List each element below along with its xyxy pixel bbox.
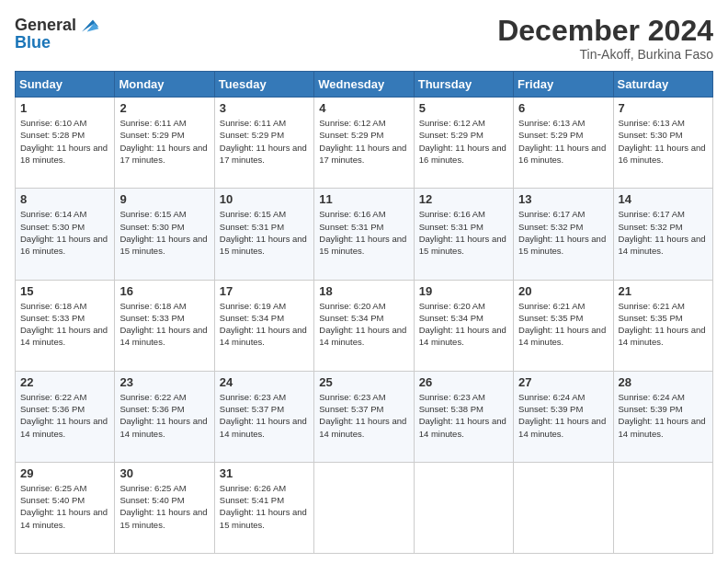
calendar-cell: 5 Sunrise: 6:12 AMSunset: 5:29 PMDayligh… bbox=[414, 98, 513, 189]
day-number: 15 bbox=[20, 284, 109, 298]
calendar-header-cell: Sunday bbox=[16, 72, 115, 98]
calendar-cell: 24 Sunrise: 6:23 AMSunset: 5:37 PMDaylig… bbox=[214, 371, 313, 462]
calendar-cell: 16 Sunrise: 6:18 AMSunset: 5:33 PMDaylig… bbox=[115, 280, 214, 371]
calendar-cell: 21 Sunrise: 6:21 AMSunset: 5:35 PMDaylig… bbox=[613, 280, 712, 371]
logo-text: General bbox=[15, 17, 76, 35]
cell-info: Sunrise: 6:25 AMSunset: 5:40 PMDaylight:… bbox=[20, 483, 108, 530]
calendar-cell: 28 Sunrise: 6:24 AMSunset: 5:39 PMDaylig… bbox=[613, 371, 712, 462]
calendar-header-cell: Thursday bbox=[414, 72, 513, 98]
cell-info: Sunrise: 6:15 AMSunset: 5:30 PMDaylight:… bbox=[119, 209, 207, 256]
day-number: 26 bbox=[419, 375, 508, 389]
cell-info: Sunrise: 6:10 AMSunset: 5:28 PMDaylight:… bbox=[20, 118, 108, 165]
cell-info: Sunrise: 6:26 AMSunset: 5:41 PMDaylight:… bbox=[220, 483, 307, 530]
day-number: 2 bbox=[119, 101, 209, 115]
day-number: 18 bbox=[319, 284, 408, 298]
calendar-header-row: SundayMondayTuesdayWednesdayThursdayFrid… bbox=[16, 72, 713, 98]
calendar-cell: 11 Sunrise: 6:16 AMSunset: 5:31 PMDaylig… bbox=[314, 189, 414, 280]
calendar-cell: 29 Sunrise: 6:25 AMSunset: 5:40 PMDaylig… bbox=[16, 462, 115, 553]
day-number: 24 bbox=[220, 375, 309, 389]
cell-info: Sunrise: 6:14 AMSunset: 5:30 PMDaylight:… bbox=[20, 209, 108, 256]
day-number: 16 bbox=[119, 284, 209, 298]
day-number: 27 bbox=[518, 375, 608, 389]
day-number: 23 bbox=[119, 375, 209, 389]
day-number: 8 bbox=[20, 192, 109, 206]
cell-info: Sunrise: 6:16 AMSunset: 5:31 PMDaylight:… bbox=[419, 209, 506, 256]
page: General Blue December 2024 Tin-Akoff, Bu… bbox=[0, 0, 728, 563]
cell-info: Sunrise: 6:20 AMSunset: 5:34 PMDaylight:… bbox=[319, 301, 406, 348]
calendar-cell: 23 Sunrise: 6:22 AMSunset: 5:36 PMDaylig… bbox=[115, 371, 214, 462]
calendar-cell: 6 Sunrise: 6:13 AMSunset: 5:29 PMDayligh… bbox=[514, 98, 613, 189]
day-number: 29 bbox=[20, 466, 109, 480]
calendar-cell: 22 Sunrise: 6:22 AMSunset: 5:36 PMDaylig… bbox=[16, 371, 115, 462]
calendar-cell bbox=[514, 462, 613, 553]
calendar-cell: 18 Sunrise: 6:20 AMSunset: 5:34 PMDaylig… bbox=[314, 280, 414, 371]
day-number: 22 bbox=[20, 375, 109, 389]
cell-info: Sunrise: 6:12 AMSunset: 5:29 PMDaylight:… bbox=[319, 118, 406, 165]
calendar-cell: 7 Sunrise: 6:13 AMSunset: 5:30 PMDayligh… bbox=[613, 98, 712, 189]
day-number: 4 bbox=[319, 101, 408, 115]
calendar-week-row: 15 Sunrise: 6:18 AMSunset: 5:33 PMDaylig… bbox=[16, 280, 713, 371]
cell-info: Sunrise: 6:12 AMSunset: 5:29 PMDaylight:… bbox=[419, 118, 506, 165]
calendar-cell: 31 Sunrise: 6:26 AMSunset: 5:41 PMDaylig… bbox=[214, 462, 313, 553]
calendar-cell: 8 Sunrise: 6:14 AMSunset: 5:30 PMDayligh… bbox=[16, 189, 115, 280]
cell-info: Sunrise: 6:22 AMSunset: 5:36 PMDaylight:… bbox=[119, 392, 207, 439]
calendar-body: 1 Sunrise: 6:10 AMSunset: 5:28 PMDayligh… bbox=[16, 98, 713, 554]
calendar-cell: 9 Sunrise: 6:15 AMSunset: 5:30 PMDayligh… bbox=[115, 189, 214, 280]
cell-info: Sunrise: 6:23 AMSunset: 5:38 PMDaylight:… bbox=[419, 392, 506, 439]
cell-info: Sunrise: 6:18 AMSunset: 5:33 PMDaylight:… bbox=[20, 301, 108, 348]
logo-icon bbox=[78, 15, 100, 37]
cell-info: Sunrise: 6:21 AMSunset: 5:35 PMDaylight:… bbox=[518, 301, 606, 348]
calendar-cell: 30 Sunrise: 6:25 AMSunset: 5:40 PMDaylig… bbox=[115, 462, 214, 553]
cell-info: Sunrise: 6:16 AMSunset: 5:31 PMDaylight:… bbox=[319, 209, 406, 256]
day-number: 10 bbox=[220, 192, 309, 206]
day-number: 17 bbox=[220, 284, 309, 298]
calendar-week-row: 8 Sunrise: 6:14 AMSunset: 5:30 PMDayligh… bbox=[16, 189, 713, 280]
day-number: 3 bbox=[220, 101, 309, 115]
calendar-cell: 26 Sunrise: 6:23 AMSunset: 5:38 PMDaylig… bbox=[414, 371, 513, 462]
day-number: 21 bbox=[619, 284, 708, 298]
day-number: 6 bbox=[518, 101, 608, 115]
day-number: 28 bbox=[619, 375, 708, 389]
cell-info: Sunrise: 6:19 AMSunset: 5:34 PMDaylight:… bbox=[220, 301, 307, 348]
cell-info: Sunrise: 6:23 AMSunset: 5:37 PMDaylight:… bbox=[319, 392, 406, 439]
day-number: 7 bbox=[619, 101, 708, 115]
calendar-cell bbox=[414, 462, 513, 553]
day-number: 14 bbox=[619, 192, 708, 206]
cell-info: Sunrise: 6:18 AMSunset: 5:33 PMDaylight:… bbox=[119, 301, 207, 348]
location-subtitle: Tin-Akoff, Burkina Faso bbox=[497, 47, 713, 62]
calendar-cell: 17 Sunrise: 6:19 AMSunset: 5:34 PMDaylig… bbox=[214, 280, 313, 371]
cell-info: Sunrise: 6:15 AMSunset: 5:31 PMDaylight:… bbox=[220, 209, 307, 256]
day-number: 1 bbox=[20, 101, 109, 115]
title-block: December 2024 Tin-Akoff, Burkina Faso bbox=[497, 15, 713, 62]
cell-info: Sunrise: 6:13 AMSunset: 5:29 PMDaylight:… bbox=[518, 118, 606, 165]
cell-info: Sunrise: 6:23 AMSunset: 5:37 PMDaylight:… bbox=[220, 392, 307, 439]
cell-info: Sunrise: 6:20 AMSunset: 5:34 PMDaylight:… bbox=[419, 301, 506, 348]
day-number: 20 bbox=[518, 284, 608, 298]
logo: General Blue bbox=[15, 15, 100, 52]
calendar-cell: 20 Sunrise: 6:21 AMSunset: 5:35 PMDaylig… bbox=[514, 280, 613, 371]
calendar-cell: 13 Sunrise: 6:17 AMSunset: 5:32 PMDaylig… bbox=[514, 189, 613, 280]
calendar-cell: 14 Sunrise: 6:17 AMSunset: 5:32 PMDaylig… bbox=[613, 189, 712, 280]
calendar-cell: 4 Sunrise: 6:12 AMSunset: 5:29 PMDayligh… bbox=[314, 98, 414, 189]
day-number: 11 bbox=[319, 192, 408, 206]
cell-info: Sunrise: 6:11 AMSunset: 5:29 PMDaylight:… bbox=[220, 118, 307, 165]
day-number: 13 bbox=[518, 192, 608, 206]
day-number: 19 bbox=[419, 284, 508, 298]
day-number: 5 bbox=[419, 101, 508, 115]
day-number: 9 bbox=[119, 192, 209, 206]
calendar-cell: 10 Sunrise: 6:15 AMSunset: 5:31 PMDaylig… bbox=[214, 189, 313, 280]
cell-info: Sunrise: 6:24 AMSunset: 5:39 PMDaylight:… bbox=[619, 392, 706, 439]
calendar-cell: 19 Sunrise: 6:20 AMSunset: 5:34 PMDaylig… bbox=[414, 280, 513, 371]
cell-info: Sunrise: 6:17 AMSunset: 5:32 PMDaylight:… bbox=[619, 209, 706, 256]
calendar-week-row: 29 Sunrise: 6:25 AMSunset: 5:40 PMDaylig… bbox=[16, 462, 713, 553]
calendar-cell: 25 Sunrise: 6:23 AMSunset: 5:37 PMDaylig… bbox=[314, 371, 414, 462]
calendar-cell: 12 Sunrise: 6:16 AMSunset: 5:31 PMDaylig… bbox=[414, 189, 513, 280]
calendar-cell: 2 Sunrise: 6:11 AMSunset: 5:29 PMDayligh… bbox=[115, 98, 214, 189]
calendar-cell: 15 Sunrise: 6:18 AMSunset: 5:33 PMDaylig… bbox=[16, 280, 115, 371]
calendar-week-row: 1 Sunrise: 6:10 AMSunset: 5:28 PMDayligh… bbox=[16, 98, 713, 189]
calendar-header-cell: Friday bbox=[514, 72, 613, 98]
calendar-header-cell: Wednesday bbox=[314, 72, 414, 98]
cell-info: Sunrise: 6:22 AMSunset: 5:36 PMDaylight:… bbox=[20, 392, 108, 439]
calendar-table: SundayMondayTuesdayWednesdayThursdayFrid… bbox=[15, 71, 713, 554]
calendar-header-cell: Saturday bbox=[613, 72, 712, 98]
